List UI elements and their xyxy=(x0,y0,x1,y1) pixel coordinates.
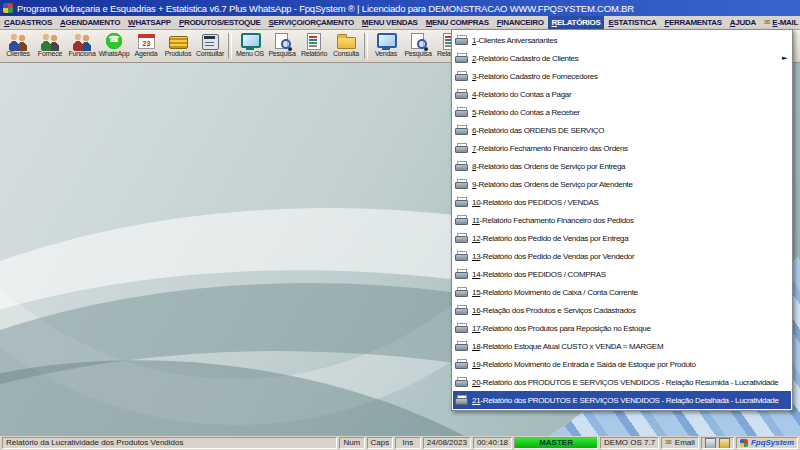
dropdown-item[interactable]: 19-Relatório Movimento de Entrada e Saíd… xyxy=(453,355,791,373)
printer-icon xyxy=(455,89,468,99)
dropdown-item[interactable]: 2-Relatório Cadastro de Clientes► xyxy=(453,49,791,67)
printer-icon xyxy=(455,107,468,117)
status-time: 00:40:18 xyxy=(473,437,512,449)
dropdown-item[interactable]: 12-Relatório dos Pedido de Vendas por En… xyxy=(453,229,791,247)
email-icon: ✉ xyxy=(665,439,672,447)
menubar-item-menu-compras[interactable]: MENU COMPRAS xyxy=(422,16,493,29)
insert-indicator: Ins xyxy=(395,437,421,449)
dropdown-item[interactable]: 20-Relatório dos PRODUTOS E SERVIÇOS VEN… xyxy=(453,373,791,391)
dropdown-item[interactable]: 1-Clientes Aniversariantes xyxy=(453,31,791,49)
toolbar-button-consultar[interactable]: Consultar xyxy=(194,31,226,61)
dropdown-item[interactable]: 4-Relatório do Contas a Pagar xyxy=(453,85,791,103)
search-document-icon xyxy=(270,32,294,51)
toolbar-button-fornecedores[interactable]: Fornece xyxy=(34,31,66,61)
toolbar-button-vendas[interactable]: Vendas xyxy=(370,31,402,61)
printer-icon xyxy=(455,233,468,243)
email-button[interactable]: ✉ Email xyxy=(661,437,699,449)
dropdown-item[interactable]: 16-Relação dos Produtos e Serviços Cadas… xyxy=(453,301,791,319)
app-icon xyxy=(3,3,13,13)
toolbar-button-produtos[interactable]: Produtos xyxy=(162,31,194,61)
toolbar-button-pesquisa-os[interactable]: Pesquisa xyxy=(266,31,298,61)
toolbar-button-consulta-os[interactable]: Consulta xyxy=(330,31,362,61)
menubar-item-servico-orcamento[interactable]: SERVIÇO/ORÇAMENTO xyxy=(265,16,358,29)
printer-icon xyxy=(455,125,468,135)
menubar-item-whatsapp[interactable]: WHATSAPP xyxy=(124,16,175,29)
search-document-icon xyxy=(406,32,430,51)
printer-icon xyxy=(455,287,468,297)
printer-icon xyxy=(455,71,468,81)
title-bar: Programa Vidraçaria e Esquadrias + Estat… xyxy=(0,0,800,16)
printer-icon xyxy=(455,53,468,63)
menubar-item-financeiro[interactable]: FINANCEIRO xyxy=(493,16,548,29)
whatsapp-icon xyxy=(102,32,126,51)
toolbar-button-pesquisa-vendas[interactable]: Pesquisa xyxy=(402,31,434,61)
toolbar-separator xyxy=(364,33,368,59)
suppliers-icon xyxy=(38,32,62,51)
dropdown-item[interactable]: 3-Relatório Cadastro de Fornecedores xyxy=(453,67,791,85)
toolbar-button-relatorio-os[interactable]: Relatório xyxy=(298,31,330,61)
submenu-arrow-icon: ► xyxy=(782,54,787,62)
report-document-icon xyxy=(302,32,326,51)
printer-icon[interactable] xyxy=(705,438,716,449)
menu-bar: CADASTROS AGENDAMENTO WHATSAPP PRODUTOS/… xyxy=(0,16,800,30)
menubar-item-email[interactable]: ✉E-MAIL xyxy=(760,16,800,29)
dropdown-item[interactable]: 11-Relatório Fechamento Financeiro dos P… xyxy=(453,211,791,229)
toolbar-button-agenda[interactable]: Agenda xyxy=(130,31,162,61)
capslock-indicator: Caps xyxy=(367,437,393,449)
app-version: DEMO OS 7.7 xyxy=(600,437,659,449)
employees-icon xyxy=(70,32,94,51)
email-label: Email xyxy=(675,438,695,448)
menubar-item-cadastros[interactable]: CADASTROS xyxy=(0,16,56,29)
email-icon: ✉ xyxy=(764,19,770,27)
printer-icon xyxy=(455,161,468,171)
clients-icon xyxy=(6,32,30,51)
toolbar-button-clientes[interactable]: Clientes xyxy=(2,31,34,61)
status-message: Relatório da Lucratividade dos Produtos … xyxy=(2,437,337,449)
printer-icon xyxy=(455,215,468,225)
toolbar-button-funcionarios[interactable]: Funciona xyxy=(66,31,98,61)
printer-icon xyxy=(455,341,468,351)
report-icon[interactable] xyxy=(719,438,730,449)
sales-monitor-icon xyxy=(374,32,398,51)
menubar-item-ajuda[interactable]: AJUDA xyxy=(726,16,760,29)
relatorios-dropdown-menu: 1-Clientes Aniversariantes 2-Relatório C… xyxy=(451,29,793,411)
menubar-item-agendamento[interactable]: AGENDAMENTO xyxy=(56,16,124,29)
dropdown-item[interactable]: 14-Relatório dos PEDIDOS / COMPRAS xyxy=(453,265,791,283)
service-order-monitor-icon xyxy=(238,32,262,51)
dropdown-item[interactable]: 5-Relatório do Contas a Receber xyxy=(453,103,791,121)
menubar-item-relatorios[interactable]: RELATÓRIOS xyxy=(548,16,605,29)
dropdown-item[interactable]: 10-Relatório dos PEDIDOS / VENDAS xyxy=(453,193,791,211)
dropdown-item[interactable]: 13-Relatório dos Pedido de Vendas por Ve… xyxy=(453,247,791,265)
menubar-item-menu-vendas[interactable]: MENU VENDAS xyxy=(358,16,422,29)
dropdown-item[interactable]: 18-Relatório Estoque Atual CUSTO x VENDA… xyxy=(453,337,791,355)
numlock-indicator: Num xyxy=(339,437,365,449)
menubar-item-produtos-estoque[interactable]: PRODUTOS/ESTOQUE xyxy=(175,16,265,29)
dropdown-item-selected[interactable]: 21-Relatório dos PRODUTOS E SERVIÇOS VEN… xyxy=(453,391,791,409)
menubar-item-estatistica[interactable]: ESTATISTICA xyxy=(604,16,660,29)
printer-icon xyxy=(455,359,468,369)
toolbar-separator xyxy=(228,33,232,59)
barcode-terminal-icon xyxy=(198,32,222,51)
printer-icon xyxy=(455,395,468,405)
printer-icon xyxy=(455,377,468,387)
dropdown-item[interactable]: 6-Relatório das ORDENS DE SERVIÇO xyxy=(453,121,791,139)
toolbar-button-menu-os[interactable]: Menu OS xyxy=(234,31,266,61)
menubar-item-ferramentas[interactable]: FERRAMENTAS xyxy=(660,16,725,29)
printer-icon xyxy=(455,179,468,189)
dropdown-item[interactable]: 8-Relatório das Ordens de Serviço por En… xyxy=(453,157,791,175)
printer-icon xyxy=(455,35,468,45)
fpqsystem-logo-icon xyxy=(740,439,748,447)
dropdown-item[interactable]: 15-Relatório Movimento de Caixa / Conta … xyxy=(453,283,791,301)
dropdown-item[interactable]: 17-Relatório dos Produtos para Reposição… xyxy=(453,319,791,337)
status-bar: Relatório da Lucratividade dos Produtos … xyxy=(0,436,800,450)
printer-icon xyxy=(455,269,468,279)
toolbar-button-whatsapp[interactable]: WhatsApp xyxy=(98,31,130,61)
dropdown-item[interactable]: 7-Relatório Fechamento Financeiro das Or… xyxy=(453,139,791,157)
printer-icon xyxy=(455,143,468,153)
printer-icon xyxy=(455,197,468,207)
brand-panel: FpqSystem xyxy=(736,437,798,449)
brand-label: FpqSystem xyxy=(751,438,794,448)
calendar-icon xyxy=(134,32,158,51)
dropdown-item[interactable]: 9-Relatório das Ordens de Serviço por At… xyxy=(453,175,791,193)
status-date: 24/08/2023 xyxy=(423,437,471,449)
